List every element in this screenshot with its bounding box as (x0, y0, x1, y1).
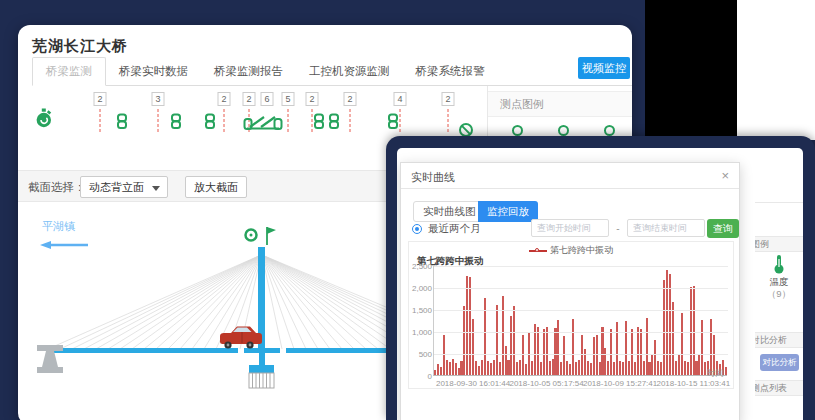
bar (631, 329, 633, 375)
bar-series (434, 265, 728, 375)
sensor-count-badge: 4 (394, 92, 407, 106)
link-icon[interactable] (328, 113, 340, 134)
bar (657, 361, 659, 376)
bar (507, 360, 509, 375)
query-end-time-input[interactable] (627, 219, 705, 237)
bar (455, 363, 457, 375)
bar (487, 361, 489, 375)
compare-analysis-button[interactable]: 对比分析 (760, 354, 799, 371)
sensor-count-badge: 6 (261, 92, 274, 106)
tab-2[interactable]: 桥梁监测报告 (201, 58, 296, 85)
bar (496, 305, 498, 375)
bar (710, 319, 712, 375)
tab-4[interactable]: 桥梁系统报警 (403, 58, 498, 85)
video-monitor-button[interactable]: 视频监控 (578, 57, 630, 79)
bar (581, 335, 583, 375)
bar (619, 361, 621, 376)
bar (604, 348, 606, 375)
x-tick-label: 2018-09-30 16:01:44 (436, 379, 510, 388)
bar (540, 362, 542, 375)
link-icon[interactable] (204, 113, 216, 134)
bar (698, 355, 700, 375)
bar (452, 359, 454, 375)
screen: 芜湖长江大桥 桥梁监测桥梁实时数据桥梁监测报告工控机资源监测桥梁系统报警 视频监… (0, 0, 815, 420)
bar (672, 302, 674, 375)
bar (613, 362, 615, 375)
radio-dot (415, 227, 419, 231)
bar (590, 363, 592, 375)
sensor-dash-line (224, 109, 225, 132)
bar (549, 361, 551, 376)
bar (651, 355, 653, 375)
bar (628, 361, 630, 376)
sensor-count-badge: 2 (218, 92, 231, 106)
query-button[interactable]: 查询 (707, 219, 739, 238)
gridline (434, 266, 728, 267)
y-tick-label: 1,000 (411, 328, 432, 337)
y-tick-label: 2,000 (411, 284, 432, 293)
bar (643, 361, 645, 376)
temperature-count: （9） (755, 288, 803, 301)
sensor-dash-line (288, 109, 289, 132)
bar (516, 362, 518, 375)
sensor-dash-line (158, 109, 159, 132)
bar (569, 364, 571, 375)
curve-window-frame: 图例 温度 （9） 对比分析 对比分析 测点列表 (386, 136, 815, 420)
bar (725, 367, 727, 375)
truss-icon[interactable] (243, 113, 283, 136)
bar (525, 364, 527, 375)
bar (552, 359, 554, 375)
link-icon[interactable] (313, 113, 325, 134)
bar (472, 319, 474, 375)
sensor-count-badge: 2 (442, 92, 455, 106)
bar (587, 361, 589, 376)
bar (490, 363, 492, 375)
section-select-dropdown[interactable]: 动态背立面 (80, 176, 168, 198)
bar (537, 327, 539, 375)
bar (446, 360, 448, 375)
bar (578, 360, 580, 375)
bar (666, 270, 668, 375)
bar (493, 360, 495, 375)
tab-realtime-curve[interactable]: 实时曲线图 (413, 201, 486, 222)
tab-1[interactable]: 桥梁实时数据 (106, 58, 201, 85)
sensor-count-badge: 5 (282, 92, 295, 106)
bar (499, 362, 501, 375)
bar (460, 361, 462, 375)
bar (522, 335, 524, 375)
gridline (434, 332, 728, 333)
point-list-header: 测点列表 (755, 380, 803, 396)
realtime-curve-dialog: 实时曲线 × 实时曲线图 监控回放 最近两个月 - 查询 第七跨跨中振动 (400, 162, 740, 420)
zoom-section-button[interactable]: 放大截面 (185, 176, 247, 198)
sensor-dash-line (448, 109, 449, 132)
link-icon[interactable] (116, 113, 128, 134)
close-icon[interactable]: × (721, 168, 729, 183)
bar (449, 362, 451, 375)
bar (481, 360, 483, 375)
gridline (434, 288, 728, 289)
bar (599, 362, 601, 375)
bar (560, 362, 562, 375)
bar (693, 286, 695, 375)
link-icon[interactable] (170, 113, 182, 134)
page-title: 芜湖长江大桥 (32, 37, 128, 56)
query-start-time-input[interactable] (531, 219, 609, 237)
bar (463, 306, 465, 375)
measurement-side-panel: 图例 温度 （9） 对比分析 对比分析 测点列表 (755, 148, 803, 420)
tab-3[interactable]: 工控机资源监测 (296, 58, 403, 85)
tab-0[interactable]: 桥梁监测 (32, 57, 106, 86)
bar (543, 329, 545, 375)
bar (681, 313, 683, 375)
desktop-black-region (645, 0, 737, 140)
vibration-chart: 第七跨跨中振动 第七跨跨中振动 05001,0001,5002,0002,500… (408, 241, 734, 389)
sensor-count-badge: 2 (243, 92, 256, 106)
tab-monitor-playback[interactable]: 监控回放 (478, 201, 538, 222)
legend-marker-icon (529, 248, 547, 253)
sensor-count-badge: 2 (306, 92, 319, 106)
bar (610, 329, 612, 375)
recent-two-months-radio[interactable] (412, 224, 422, 234)
link-icon[interactable] (387, 113, 399, 134)
bar (684, 361, 686, 376)
bar (437, 364, 439, 375)
dialog-header: 实时曲线 × (401, 163, 739, 189)
